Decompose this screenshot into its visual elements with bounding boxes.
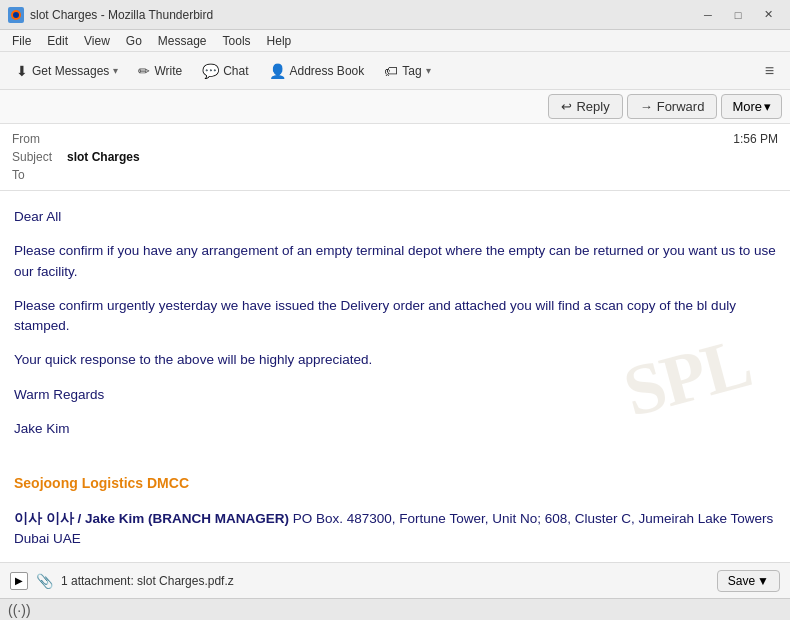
email-body: SPL Dear All Please confirm if you have … — [0, 191, 790, 562]
email-time: 1:56 PM — [733, 132, 778, 146]
status-bar: ((·)) — [0, 598, 790, 620]
company-name: Seojoong Logistics DMCC — [14, 475, 189, 491]
email-signature: Warm Regards Jake Kim Seojoong Logistics… — [14, 385, 776, 563]
get-messages-button[interactable]: ⬇ Get Messages ▾ — [8, 59, 126, 83]
more-button[interactable]: More ▾ — [721, 94, 782, 119]
menu-go[interactable]: Go — [118, 32, 150, 50]
content-area: ↩ Reply → Forward More ▾ From 1:56 PM Su… — [0, 90, 790, 598]
menu-tools[interactable]: Tools — [215, 32, 259, 50]
attachment-label: 1 attachment: slot Charges.pdf.z — [61, 574, 709, 588]
reply-button[interactable]: ↩ Reply — [548, 94, 622, 119]
menu-edit[interactable]: Edit — [39, 32, 76, 50]
menu-file[interactable]: File — [4, 32, 39, 50]
forward-button[interactable]: → Forward — [627, 94, 718, 119]
address-book-button[interactable]: 👤 Address Book — [261, 59, 373, 83]
attachment-bar: ▶ 📎 1 attachment: slot Charges.pdf.z Sav… — [0, 562, 790, 598]
hamburger-button[interactable]: ≡ — [757, 58, 782, 84]
paragraph-2: Please confirm urgently yesterday we hav… — [14, 296, 776, 337]
save-dropdown-icon: ▼ — [757, 574, 769, 588]
from-row: From 1:56 PM — [12, 130, 778, 148]
title-bar: slot Charges - Mozilla Thunderbird ─ □ ✕ — [0, 0, 790, 30]
save-button[interactable]: Save ▼ — [717, 570, 780, 592]
to-row: To — [12, 166, 778, 184]
menu-view[interactable]: View — [76, 32, 118, 50]
action-bar: ↩ Reply → Forward More ▾ — [0, 90, 790, 124]
tag-icon: 🏷 — [384, 63, 398, 79]
greeting: Dear All — [14, 207, 776, 227]
subject-row: Subject slot Charges — [12, 148, 778, 166]
paragraph-1: Please confirm if you have any arrangeme… — [14, 241, 776, 282]
menu-message[interactable]: Message — [150, 32, 215, 50]
minimize-button[interactable]: ─ — [694, 4, 722, 26]
svg-point-1 — [13, 12, 19, 18]
write-button[interactable]: ✏ Write — [130, 59, 190, 83]
write-icon: ✏ — [138, 63, 150, 79]
more-dropdown-icon: ▾ — [764, 99, 771, 114]
tag-button[interactable]: 🏷 Tag ▾ — [376, 59, 438, 83]
forward-icon: → — [640, 99, 653, 114]
chat-button[interactable]: 💬 Chat — [194, 59, 256, 83]
menu-bar: File Edit View Go Message Tools Help — [0, 30, 790, 52]
chat-icon: 💬 — [202, 63, 219, 79]
maximize-button[interactable]: □ — [724, 4, 752, 26]
wifi-icon: ((·)) — [8, 602, 31, 618]
sig-line-1-bold: 이사 이사 / Jake Kim (BRANCH MANAGER) — [14, 511, 289, 526]
get-messages-icon: ⬇ — [16, 63, 28, 79]
closing-1: Warm Regards — [14, 385, 776, 405]
from-label: From — [12, 132, 67, 146]
window-title: slot Charges - Mozilla Thunderbird — [30, 8, 694, 22]
menu-help[interactable]: Help — [259, 32, 300, 50]
closing-2: Jake Kim — [14, 419, 776, 439]
address-book-icon: 👤 — [269, 63, 286, 79]
to-label: To — [12, 168, 67, 182]
app-icon — [8, 7, 24, 23]
close-button[interactable]: ✕ — [754, 4, 782, 26]
toolbar: ⬇ Get Messages ▾ ✏ Write 💬 Chat 👤 Addres… — [0, 52, 790, 90]
get-messages-dropdown-icon: ▾ — [113, 65, 118, 76]
tag-dropdown-icon: ▾ — [426, 65, 431, 76]
reply-icon: ↩ — [561, 99, 572, 114]
window-controls: ─ □ ✕ — [694, 4, 782, 26]
email-header: From 1:56 PM Subject slot Charges To — [0, 124, 790, 191]
subject-value: slot Charges — [67, 150, 778, 164]
expand-button[interactable]: ▶ — [10, 572, 28, 590]
subject-label: Subject — [12, 150, 67, 164]
attachment-icon: 📎 — [36, 573, 53, 589]
sig-line-1: 이사 이사 / Jake Kim (BRANCH MANAGER) PO Box… — [14, 509, 776, 550]
paragraph-3: Your quick response to the above will be… — [14, 350, 776, 370]
